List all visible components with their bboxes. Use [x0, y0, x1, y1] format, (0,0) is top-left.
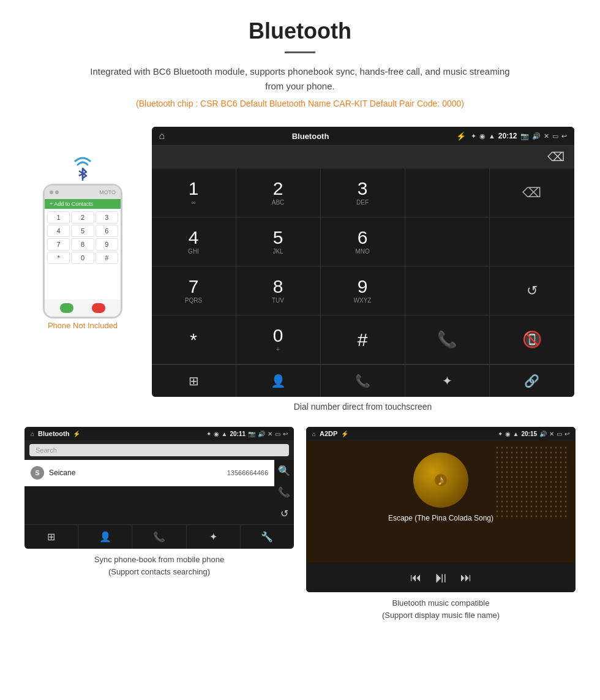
- dial-screen-container: ⌂ Bluetooth ⚡ ✦ ◉ ▲ 20:12 📷 🔊 ✕ ▭ ↩ ⌫: [152, 127, 574, 418]
- music-play-button[interactable]: ⏯: [433, 569, 448, 586]
- dial-key-8[interactable]: 8 TUV: [236, 266, 321, 315]
- music-next-button[interactable]: ⏭: [460, 571, 471, 584]
- divider: [285, 51, 315, 53]
- phone-key-star: *: [47, 252, 70, 264]
- dial-key-star[interactable]: *: [152, 315, 236, 364]
- music-vol-icon: 🔊: [539, 431, 547, 437]
- dial-key-7[interactable]: 7 PQRS: [152, 266, 236, 315]
- music-card: ⌂ A2DP ⚡ ✦ ◉ ▲ 20:15 🔊 ✕ ▭ ↩: [306, 427, 576, 621]
- pb-sig-icon: ▲: [222, 431, 228, 437]
- phonebook-status-bar: ⌂ Bluetooth ⚡ ✦ ◉ ▲ 20:11 📷 🔊 ✕ ▭ ↩: [24, 427, 294, 440]
- pb-loc-icon: ◉: [214, 431, 219, 437]
- music-home-icon: ⌂: [312, 431, 316, 437]
- pb-back-icon: ↩: [283, 431, 288, 437]
- dial-redial-button[interactable]: ↺: [490, 266, 574, 315]
- phonebook-caption: Sync phone-book from mobile phone (Suppo…: [24, 554, 294, 578]
- dial-screen: ⌂ Bluetooth ⚡ ✦ ◉ ▲ 20:12 📷 🔊 ✕ ▭ ↩ ⌫: [152, 127, 574, 397]
- phone-dot-2: [55, 190, 59, 194]
- pb-nav-phone[interactable]: 📞: [132, 525, 186, 549]
- contact-phone: 13566664466: [227, 469, 268, 476]
- phonebook-screen: ⌂ Bluetooth ⚡ ✦ ◉ ▲ 20:11 📷 🔊 ✕ ▭ ↩: [24, 427, 294, 549]
- music-loc-icon: ◉: [505, 431, 511, 437]
- phone-add-contacts: + Add to Contacts: [45, 199, 121, 209]
- bluetooth-wifi-icon: [70, 150, 95, 184]
- window-icon: ▭: [552, 132, 558, 140]
- dial-empty-2: [405, 217, 490, 266]
- phonebook-content-area: S Seicane 13566664466 🔍 📞 ↺: [24, 460, 294, 524]
- signal-icon: ▲: [489, 132, 495, 140]
- dial-key-0[interactable]: 0 +: [236, 315, 321, 364]
- dial-key-9[interactable]: 9 WXYZ: [321, 266, 405, 315]
- music-equalizer-bg: [496, 446, 569, 520]
- phone-key-8: 8: [71, 238, 94, 250]
- dial-status-bar: ⌂ Bluetooth ⚡ ✦ ◉ ▲ 20:12 📷 🔊 ✕ ▭ ↩: [152, 127, 574, 146]
- redial-icon: ↺: [527, 283, 538, 299]
- phone-screen-content: 1 2 3 4 5 6 7 8 9 * 0 #: [45, 209, 121, 299]
- music-prev-button[interactable]: ⏮: [410, 571, 421, 584]
- pb-nav-bluetooth[interactable]: ✦: [187, 525, 241, 549]
- dial-screen-title: Bluetooth: [170, 132, 451, 141]
- phonebook-search-row: Search: [24, 440, 294, 460]
- dial-nav-bluetooth[interactable]: ✦: [405, 365, 490, 397]
- phone-mock: MOTO + Add to Contacts 1 2 3 4 5 6 7 8 9…: [43, 184, 122, 318]
- dial-number-row: ⌫: [152, 146, 574, 168]
- pb-status-icons: ✦ ◉ ▲ 20:11 📷 🔊 ✕ ▭ ↩: [206, 431, 288, 437]
- dial-key-5[interactable]: 5 JKL: [236, 217, 321, 266]
- phone-key-7: 7: [47, 238, 70, 250]
- music-x-icon: ✕: [549, 431, 554, 437]
- backspace-button[interactable]: ⌫: [547, 149, 564, 164]
- dial-nav-grid[interactable]: ⊞: [152, 365, 236, 397]
- dial-key-1[interactable]: 1 ∞: [152, 168, 236, 217]
- dial-key-6[interactable]: 6 MNO: [321, 217, 405, 266]
- dial-key-4[interactable]: 4 GHI: [152, 217, 236, 266]
- music-time: 20:15: [521, 431, 537, 437]
- status-icons: ✦ ◉ ▲ 20:12 📷 🔊 ✕ ▭ ↩: [471, 132, 567, 140]
- pb-call-icon[interactable]: 📞: [278, 486, 290, 498]
- bottom-row: ⌂ Bluetooth ⚡ ✦ ◉ ▲ 20:11 📷 🔊 ✕ ▭ ↩: [0, 418, 600, 633]
- music-content: ♪ Escape (The Pina Colada Song): [306, 440, 576, 563]
- contact-name: Seicane: [49, 469, 222, 477]
- pb-nav-grid[interactable]: ⊞: [24, 525, 78, 549]
- pb-nav-wrench[interactable]: 🔧: [241, 525, 294, 549]
- dial-nav-contacts[interactable]: 👤: [236, 365, 321, 397]
- dial-call-button[interactable]: 📞: [405, 315, 490, 364]
- contact-row[interactable]: S Seicane 13566664466: [24, 460, 274, 486]
- music-status-icons: ✦ ◉ ▲ 20:15 🔊 ✕ ▭ ↩: [498, 431, 569, 437]
- music-screen-title: A2DP: [320, 430, 337, 437]
- phonebook-right-icons: 🔍 📞 ↺: [274, 460, 294, 524]
- music-usb-icon: ⚡: [341, 431, 348, 437]
- phone-top-bar: MOTO: [45, 186, 121, 199]
- dial-caption: Dial number direct from touchscreen: [152, 402, 574, 418]
- phone-container: MOTO + Add to Contacts 1 2 3 4 5 6 7 8 9…: [26, 145, 140, 330]
- call-green-icon: 📞: [437, 330, 457, 349]
- phonebook-bottom-nav: ⊞ 👤 📞 ✦ 🔧: [24, 524, 294, 549]
- phone-dot-1: [50, 190, 53, 194]
- phonebook-search-bar[interactable]: Search: [29, 444, 289, 456]
- phone-bottom-bar: [45, 299, 121, 317]
- dial-backspace-right[interactable]: ⌫: [490, 168, 574, 217]
- page-title: Bluetooth: [37, 18, 563, 44]
- dial-key-3[interactable]: 3 DEF: [321, 168, 405, 217]
- pb-x-icon: ✕: [268, 431, 272, 437]
- dial-key-2[interactable]: 2 ABC: [236, 168, 321, 217]
- phone-key-hash: #: [96, 252, 118, 264]
- dial-nav-phone[interactable]: 📞: [321, 365, 405, 397]
- pb-cam-icon: 📷: [248, 431, 255, 437]
- middle-row: MOTO + Add to Contacts 1 2 3 4 5 6 7 8 9…: [0, 121, 600, 418]
- time-display: 20:12: [498, 132, 517, 140]
- phone-key-1: 1: [47, 211, 70, 224]
- back-icon: ↩: [561, 132, 567, 140]
- bluetooth-status-icon: ✦: [471, 132, 476, 140]
- pb-refresh-icon[interactable]: ↺: [280, 508, 288, 519]
- pb-bt-icon: ✦: [206, 431, 211, 437]
- pb-search-icon[interactable]: 🔍: [278, 465, 290, 476]
- dial-empty-3: [490, 217, 574, 266]
- dial-end-button[interactable]: 📵: [490, 315, 574, 364]
- music-screen: ⌂ A2DP ⚡ ✦ ◉ ▲ 20:15 🔊 ✕ ▭ ↩: [306, 427, 576, 592]
- pb-usb-icon: ⚡: [73, 431, 80, 437]
- pb-nav-person[interactable]: 👤: [78, 525, 132, 549]
- dial-nav-link[interactable]: 🔗: [490, 365, 574, 397]
- dial-key-hash[interactable]: #: [321, 315, 405, 364]
- bluetooth-icon: [70, 150, 95, 184]
- pb-vol-icon: 🔊: [258, 431, 265, 437]
